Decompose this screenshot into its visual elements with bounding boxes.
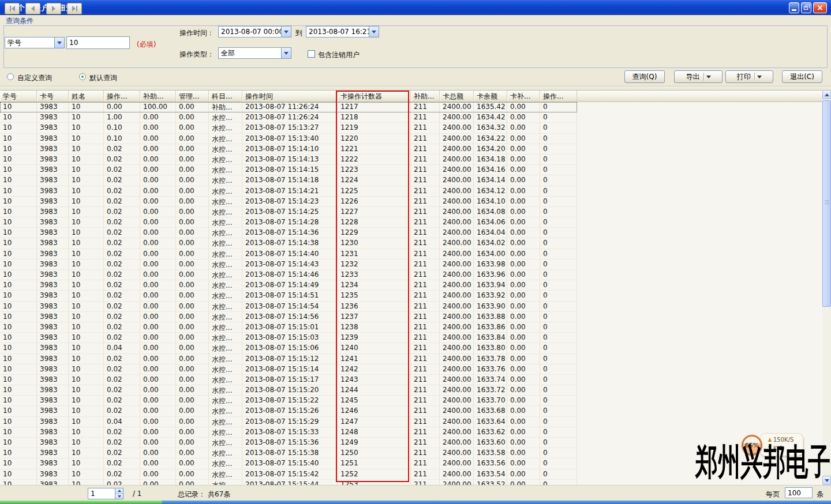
table-row[interactable]: 103983101.000.000.00水控...2013-08-07 11:2… — [0, 112, 577, 123]
table-row[interactable]: 103983100.020.000.00水控...2013-08-07 15:1… — [0, 280, 577, 291]
spin-down-button[interactable] — [115, 494, 123, 499]
table-row[interactable]: 103983100.020.000.00水控...2013-08-07 15:1… — [0, 197, 577, 207]
header-cell[interactable]: 卡余额 — [474, 91, 507, 101]
table-row[interactable]: 103983100.020.000.00水控...2013-08-07 15:1… — [0, 144, 577, 155]
cell: 211 — [411, 385, 440, 395]
cell: 1633.94 — [474, 280, 507, 290]
table-row[interactable]: 103983100.020.000.00水控...2013-08-07 15:1… — [0, 155, 577, 165]
table-row[interactable]: 103983100.100.000.00水控...2013-08-07 15:1… — [0, 123, 577, 133]
time-to-arrow[interactable] — [369, 27, 379, 37]
table-row[interactable]: 103983100.020.000.00水控...2013-08-07 15:1… — [0, 438, 577, 448]
header-cell[interactable]: 操作... — [540, 91, 577, 101]
table-row[interactable]: 103983100.020.000.00水控...2013-08-07 15:1… — [0, 458, 577, 469]
type-arrow[interactable] — [281, 48, 291, 58]
prev-page-button[interactable] — [25, 3, 40, 14]
header-cell[interactable]: 补助... — [411, 91, 440, 101]
custom-query-label[interactable]: 自定义查询 — [17, 73, 52, 83]
table-row[interactable]: 103983100.020.000.00水控...2013-08-07 15:1… — [0, 312, 577, 322]
table-row[interactable]: 103983100.020.000.00水控...2013-08-07 15:1… — [0, 302, 577, 312]
table-row[interactable]: 103983100.020.000.00水控...2013-08-07 15:1… — [0, 469, 577, 480]
restore-button[interactable] — [801, 2, 811, 13]
table-row[interactable]: 103983100.020.000.00水控...2013-08-07 15:1… — [0, 364, 577, 375]
table-row[interactable]: 103983100.020.000.00水控...2013-08-07 15:1… — [0, 175, 577, 186]
table-row[interactable]: 103983100.020.000.00水控...2013-08-07 15:1… — [0, 228, 577, 238]
header-cell[interactable]: 科目... — [209, 91, 242, 101]
table-row[interactable]: 103983100.020.000.00水控...2013-08-07 15:1… — [0, 480, 577, 485]
table-row[interactable]: 103983100.020.000.00水控...2013-08-07 15:1… — [0, 207, 577, 217]
chevron-down-icon[interactable] — [757, 76, 762, 78]
table-row[interactable]: 103983100.020.000.00水控...2013-08-07 15:1… — [0, 375, 577, 385]
header-cell[interactable]: 操作... — [104, 91, 140, 101]
cell: 1634.22 — [474, 134, 507, 144]
time-from-arrow[interactable] — [281, 27, 291, 37]
minimize-button[interactable] — [789, 2, 799, 13]
next-page-button[interactable] — [46, 3, 61, 14]
table-row[interactable]: 103983100.020.000.00水控...2013-08-07 15:1… — [0, 259, 577, 270]
cell: 2013-08-07 15:14:40 — [242, 249, 338, 259]
cell: 0.02 — [104, 364, 140, 374]
table-row[interactable]: 103983100.020.000.00水控...2013-08-07 15:1… — [0, 448, 577, 458]
table-row[interactable]: 103983100.020.000.00水控...2013-08-07 15:1… — [0, 427, 577, 438]
table-row[interactable]: 103983100.020.000.00水控...2013-08-07 15:1… — [0, 291, 577, 301]
scrollbar-thumb[interactable] — [822, 100, 831, 307]
chevron-down-icon[interactable] — [706, 76, 711, 78]
cell: 3983 — [37, 480, 69, 485]
time-to-combo[interactable]: 2013-08-07 16:21 — [306, 26, 379, 37]
page-number-value[interactable]: 1 — [88, 488, 115, 499]
table-row[interactable]: 103983100.040.000.00水控...2013-08-07 15:1… — [0, 417, 577, 427]
table-row[interactable]: 103983100.00100.000.00补助...2013-08-07 11… — [0, 102, 577, 112]
table-row[interactable]: 103983100.020.000.00水控...2013-08-07 15:1… — [0, 165, 577, 175]
first-page-button[interactable] — [5, 3, 20, 14]
table-row[interactable]: 103983100.020.000.00水控...2013-08-07 15:1… — [0, 270, 577, 280]
type-combo[interactable]: 全部 — [218, 47, 291, 59]
title-bar[interactable]: 个人账户明细查询 × — [0, 0, 831, 15]
cell: 水控... — [209, 480, 242, 485]
cell: 0.02 — [104, 427, 140, 437]
field-selector-combo[interactable]: 学号 — [5, 37, 65, 48]
last-page-button[interactable] — [67, 3, 82, 14]
table-row[interactable]: 103983100.040.000.00水控...2013-08-07 15:1… — [0, 343, 577, 353]
page-number-spinner[interactable]: 1 — [88, 488, 123, 499]
exit-button[interactable]: 退出(C) — [782, 70, 822, 83]
close-button[interactable]: × — [813, 2, 827, 13]
table-row[interactable]: 103983100.020.000.00水控...2013-08-07 15:1… — [0, 385, 577, 396]
header-cell[interactable]: 学号 — [0, 91, 37, 101]
custom-query-radio[interactable] — [7, 73, 14, 80]
time-from-combo[interactable]: 2013-08-07 00:00 — [218, 26, 291, 37]
cell: 0 — [540, 270, 577, 280]
default-query-radio[interactable] — [79, 73, 86, 80]
header-cell[interactable]: 姓名 — [69, 91, 104, 101]
cell: 0.00 — [507, 448, 540, 458]
table-row[interactable]: 103983100.020.000.00水控...2013-08-07 15:1… — [0, 406, 577, 416]
cell: 0.00 — [140, 280, 176, 290]
scroll-up-button[interactable] — [822, 90, 831, 99]
field-selector-arrow[interactable] — [54, 37, 64, 48]
table-row[interactable]: 103983100.020.000.00水控...2013-08-07 15:1… — [0, 354, 577, 364]
table-row[interactable]: 103983100.020.000.00水控...2013-08-07 15:1… — [0, 217, 577, 228]
vertical-scrollbar[interactable] — [822, 90, 831, 485]
table-row[interactable]: 103983100.020.000.00水控...2013-08-07 15:1… — [0, 238, 577, 249]
spin-up-button[interactable] — [115, 488, 123, 494]
table-row[interactable]: 103983100.100.000.00水控...2013-08-07 15:1… — [0, 134, 577, 144]
cell: 2013-08-07 15:13:27 — [242, 123, 338, 133]
export-button[interactable]: 导出 — [674, 70, 723, 83]
include-cancelled-label[interactable]: 包含注销用户 — [318, 50, 360, 60]
table-row[interactable]: 103983100.020.000.00水控...2013-08-07 15:1… — [0, 249, 577, 259]
header-cell[interactable]: 卡总额 — [440, 91, 474, 101]
per-page-input[interactable]: 100 — [785, 487, 813, 498]
header-cell[interactable]: 管理... — [176, 91, 209, 101]
table-row[interactable]: 103983100.020.000.00水控...2013-08-07 15:1… — [0, 322, 577, 333]
header-cell[interactable]: 卡补... — [507, 91, 540, 101]
header-cell[interactable]: 操作时间 — [242, 91, 338, 101]
field-value-input[interactable]: 10 — [66, 36, 130, 49]
table-row[interactable]: 103983100.020.000.00水控...2013-08-07 15:1… — [0, 396, 577, 406]
default-query-label[interactable]: 默认查询 — [89, 73, 117, 83]
table-row[interactable]: 103983100.020.000.00水控...2013-08-07 15:1… — [0, 186, 577, 197]
include-cancelled-checkbox[interactable] — [308, 50, 315, 58]
table-header-row: 学号卡号姓名操作...补助...管理...科目...操作时间卡操作计数器补助..… — [0, 91, 822, 102]
header-cell[interactable]: 卡号 — [37, 91, 69, 101]
query-button[interactable]: 查询(Q) — [624, 70, 665, 83]
header-cell[interactable]: 补助... — [140, 91, 176, 101]
table-row[interactable]: 103983100.020.000.00水控...2013-08-07 15:1… — [0, 333, 577, 343]
print-button[interactable]: 打印 — [725, 70, 773, 83]
